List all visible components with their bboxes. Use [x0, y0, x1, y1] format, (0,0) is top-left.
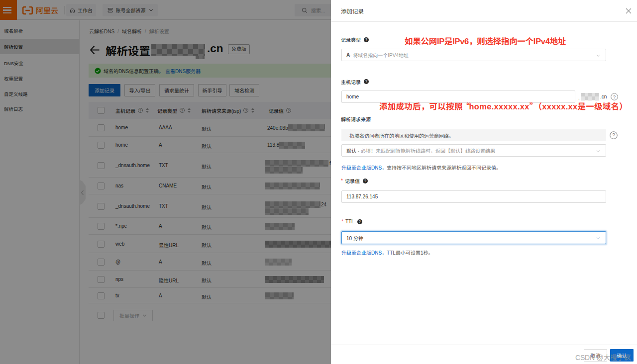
svg-text:?: ?: [612, 132, 615, 138]
svg-text:?: ?: [613, 94, 616, 99]
